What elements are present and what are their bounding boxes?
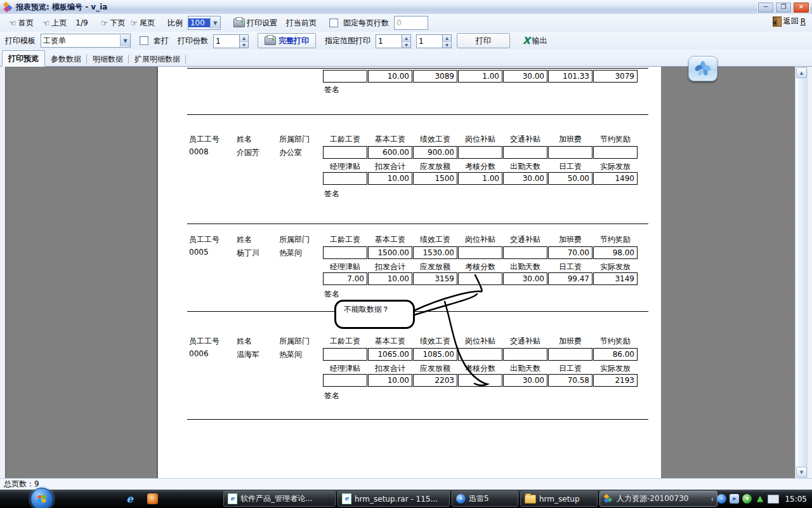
table-cell: 1500.00: [368, 246, 412, 259]
desktop-gadget-icon[interactable]: [688, 56, 717, 81]
full-print-button[interactable]: 完整打印: [258, 33, 316, 48]
range-from-input[interactable]: 1: [376, 34, 402, 48]
signature-label: 签名: [324, 84, 339, 95]
range-to-input[interactable]: 1: [416, 34, 442, 48]
header-row: 经理津贴扣发合计应发放额考核分数出勤天数日工资实际发放: [323, 363, 638, 373]
thunder-icon: ‹: [456, 494, 466, 504]
prev-page-button[interactable]: ☜ 上页: [43, 18, 67, 29]
table-cell: [323, 70, 367, 83]
quick-launch-icon[interactable]: [147, 493, 158, 504]
column-header: 绩效工资: [413, 336, 457, 346]
taskbar-item-hrm-setup-folder[interactable]: hrm_setup: [520, 491, 598, 507]
system-tray: ‹ ‹ ▸ ▾ ▲ 15:05: [711, 490, 807, 508]
table-cell: 30.00: [503, 70, 547, 83]
template-combobox[interactable]: 工资单 ▼: [41, 34, 131, 48]
scale-label: 比例: [167, 18, 183, 29]
emp-name-label: 姓名: [237, 234, 252, 245]
preview-left-frame: [0, 67, 6, 478]
next-page-button[interactable]: ☞ 下页: [101, 18, 126, 29]
vertical-scrollbar[interactable]: ▲ ▼: [795, 67, 808, 478]
report-page: 10.0030891.0030.00101.333079 签名 员工工号 姓名 …: [157, 67, 661, 478]
column-header: 出勤天数: [503, 262, 547, 272]
hr-app-icon: [604, 494, 613, 504]
range-print-label: 指定范围打印: [325, 36, 370, 46]
print-button[interactable]: 打印: [457, 33, 510, 48]
tray-up-arrow-icon[interactable]: ▲: [755, 494, 764, 504]
emp-name-value: 杨丁川: [237, 248, 259, 258]
spin-up-icon[interactable]: ▲: [240, 35, 248, 42]
quick-launch-ie-icon[interactable]: e: [124, 493, 135, 504]
print-settings-button[interactable]: 打印设置: [233, 18, 277, 29]
first-page-button[interactable]: ☜ 首页: [9, 18, 34, 29]
table-cell: 2203: [413, 374, 457, 387]
exit-door-icon: [773, 17, 782, 27]
scale-combobox[interactable]: 100 ▼: [188, 16, 221, 30]
last-page-button[interactable]: ☞ 尾页: [130, 18, 155, 29]
table-cell: 1.00: [458, 70, 502, 83]
value-row: 10.00220330.0070.582193: [323, 374, 638, 387]
copies-stepper[interactable]: 1 ▲▼: [213, 34, 249, 47]
tray-display-icon[interactable]: [768, 495, 779, 504]
column-header: 经理津贴: [323, 161, 367, 171]
signature-label: 签名: [324, 189, 339, 199]
table-cell: [323, 146, 367, 159]
overlay-print-checkbox[interactable]: [140, 36, 148, 45]
table-cell: 1.00: [458, 172, 502, 185]
restore-button[interactable]: ❐: [775, 2, 792, 13]
column-header: 扣发合计: [368, 161, 412, 171]
table-cell: [593, 146, 638, 159]
table-cell: 1500: [413, 172, 457, 185]
minimize-button[interactable]: ─: [757, 2, 774, 13]
spin-down-icon[interactable]: ▼: [402, 42, 410, 48]
column-header: 出勤天数: [503, 161, 547, 171]
flower-icon: [693, 60, 712, 77]
tab-extended-detail-data[interactable]: 扩展明细数据: [129, 52, 186, 66]
tab-parameter-data[interactable]: 参数数据: [45, 52, 87, 66]
tray-player-icon[interactable]: ▸: [730, 494, 739, 504]
value-row: 600.00900.00: [323, 146, 638, 159]
ie-page-icon: e: [342, 493, 351, 504]
emp-name-label: 姓名: [237, 134, 252, 145]
table-cell: 1085.00: [413, 348, 457, 361]
column-header: 经理津贴: [323, 363, 367, 373]
tray-thunder-icon[interactable]: ‹: [717, 494, 726, 504]
export-button[interactable]: X 输出: [523, 36, 547, 46]
column-header: 基本工资: [368, 134, 412, 144]
chevron-down-icon[interactable]: ▼: [120, 35, 130, 46]
tray-updater-icon[interactable]: ▾: [742, 494, 752, 504]
scroll-up-icon[interactable]: ▲: [796, 67, 807, 78]
fixed-rows-input[interactable]: 0: [394, 16, 428, 30]
taskbar-item-thunder5[interactable]: ‹ 迅雷5: [452, 491, 518, 507]
taskbar-item-hrm-setup-rar[interactable]: e hrm_setup.rar - 115...: [337, 491, 450, 507]
table-cell: [503, 348, 547, 361]
table-cell: [548, 348, 593, 361]
range-from-stepper[interactable]: 1 ▲▼: [376, 34, 411, 47]
close-button[interactable]: ✕: [793, 2, 809, 13]
print-current-page-button[interactable]: 打当前页: [286, 18, 317, 29]
range-to-stepper[interactable]: 1 ▲▼: [416, 34, 452, 47]
emp-dept-label: 所属部门: [279, 336, 310, 347]
spin-down-icon[interactable]: ▼: [240, 42, 248, 48]
fixed-rows-checkbox[interactable]: [329, 18, 338, 27]
table-cell: [548, 146, 593, 159]
start-button[interactable]: [30, 488, 53, 508]
printer-icon: [233, 18, 245, 27]
copies-input[interactable]: 1: [213, 34, 239, 48]
taskbar-item-software-forum[interactable]: e 软件产品_管理者论...: [223, 491, 336, 507]
column-header: 扣发合计: [368, 262, 412, 272]
table-cell: 99.47: [548, 272, 593, 285]
tray-expand-icon[interactable]: ‹: [711, 495, 714, 504]
spin-down-icon[interactable]: ▼: [443, 42, 451, 48]
table-cell: 7.00: [323, 272, 367, 285]
printer-icon: [265, 36, 276, 45]
tab-print-preview[interactable]: 打印预览: [2, 50, 45, 67]
taskbar-item-hr-20100730[interactable]: 人力资源-20100730: [599, 491, 717, 507]
spin-up-icon[interactable]: ▲: [443, 35, 451, 42]
chevron-down-icon[interactable]: ▼: [210, 17, 220, 29]
column-header: 应发放额: [413, 161, 457, 171]
tab-detail-data[interactable]: 明细数据: [87, 52, 129, 66]
back-button[interactable]: 返回R: [773, 16, 806, 27]
navigation-toolbar: ☜ 首页 ☜ 上页 1/9 ☞ 下页 ☞ 尾页 比例 100 ▼ 打印设置 打当…: [0, 14, 812, 32]
spin-up-icon[interactable]: ▲: [402, 35, 410, 42]
scroll-down-icon[interactable]: ▼: [796, 467, 807, 478]
